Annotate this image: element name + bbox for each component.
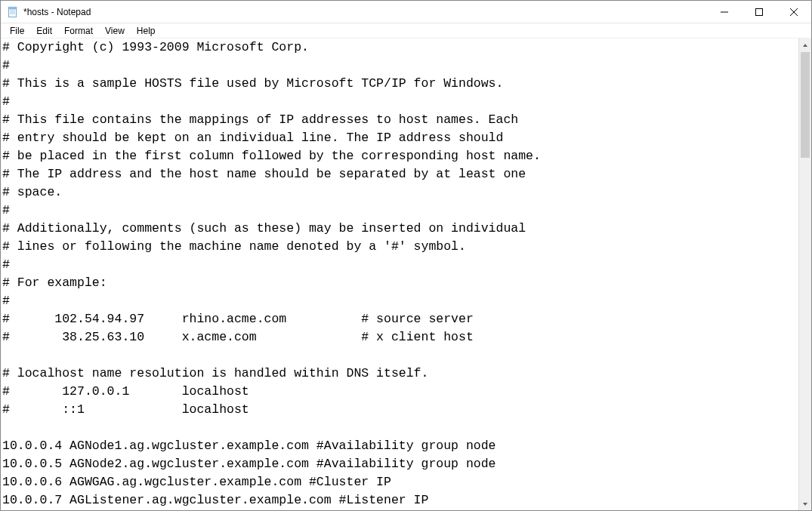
notepad-icon (7, 6, 19, 18)
titlebar[interactable]: *hosts - Notepad (1, 1, 811, 23)
menu-format[interactable]: Format (58, 25, 99, 37)
text-editor[interactable]: # Copyright (c) 1993-2009 Microsoft Corp… (1, 38, 798, 510)
svg-rect-7 (756, 8, 763, 15)
scroll-up-arrow-icon[interactable] (799, 38, 811, 51)
minimize-button[interactable] (707, 1, 742, 23)
client-area: # Copyright (c) 1993-2009 Microsoft Corp… (1, 38, 811, 510)
maximize-button[interactable] (742, 1, 776, 23)
scroll-down-arrow-icon[interactable] (799, 497, 811, 510)
svg-marker-10 (803, 44, 807, 47)
scroll-thumb[interactable] (801, 52, 810, 158)
menubar: File Edit Format View Help (1, 23, 811, 38)
menu-view[interactable]: View (99, 25, 131, 37)
svg-rect-5 (9, 7, 17, 8)
window-title: *hosts - Notepad (23, 7, 91, 17)
vertical-scrollbar[interactable] (798, 38, 811, 510)
close-button[interactable] (776, 1, 811, 23)
svg-marker-11 (803, 503, 807, 506)
menu-edit[interactable]: Edit (30, 25, 58, 37)
window-controls (707, 1, 811, 23)
menu-file[interactable]: File (4, 25, 30, 37)
menu-help[interactable]: Help (131, 25, 162, 37)
notepad-window: *hosts - Notepad File Edit Format View H… (0, 0, 812, 511)
